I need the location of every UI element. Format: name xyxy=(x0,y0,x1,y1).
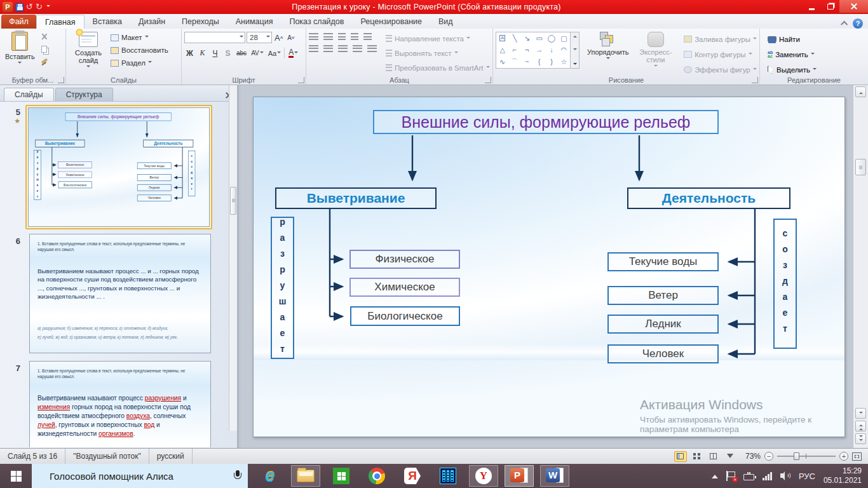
thumbnail-slide-5[interactable]: 5 ★ xyxy=(0,105,212,229)
cut-button[interactable] xyxy=(39,32,50,42)
windows-store-icon[interactable] xyxy=(327,465,356,487)
align-text-button[interactable]: Выровнять текст xyxy=(386,47,490,59)
restore-button[interactable] xyxy=(821,0,839,13)
replace-button[interactable]: abacЗаменить xyxy=(768,48,817,60)
diagram-box-glacier[interactable]: Ледник xyxy=(607,315,719,334)
shapes-gallery[interactable]: A╲↘▭◯▢ △⌐¬→↓◠ ∿⌒~{}☆ xyxy=(496,32,571,69)
slideshow-button[interactable] xyxy=(724,451,736,462)
volume-icon[interactable] xyxy=(780,471,790,480)
word-taskbar-icon[interactable]: W xyxy=(540,465,569,487)
diagram-box-wind[interactable]: Ветер xyxy=(607,286,719,305)
zoom-slider[interactable] xyxy=(777,452,836,461)
tab-view[interactable]: Вид xyxy=(430,15,461,29)
find-button[interactable]: Найти xyxy=(768,33,817,45)
scroll-down-icon[interactable] xyxy=(855,408,866,419)
drawing-dialog-launcher-icon[interactable] xyxy=(752,77,758,83)
thumbnail-slide-7[interactable]: 7 1. Вставьте пропущенные слова в текст,… xyxy=(0,361,211,447)
tab-outline[interactable]: Структура xyxy=(55,88,113,101)
decrease-indent-button[interactable] xyxy=(338,33,346,40)
font-name-combo[interactable] xyxy=(184,32,245,43)
shrink-font-button[interactable]: А˅ xyxy=(285,32,296,43)
diagram-box-creates[interactable]: создает xyxy=(773,219,797,349)
tab-transitions[interactable]: Переходы xyxy=(173,15,227,29)
tab-slides-thumbnails[interactable]: Слайды xyxy=(4,88,54,101)
diagram-box-human[interactable]: Человек xyxy=(607,344,719,363)
format-painter-button[interactable] xyxy=(39,56,50,66)
section-button[interactable]: Раздел xyxy=(109,57,170,69)
shape-outline-button[interactable]: Контур фигуры xyxy=(684,48,757,60)
zoom-level[interactable]: 73% xyxy=(745,452,761,461)
select-button[interactable]: Выделить xyxy=(768,64,817,76)
next-slide-icon[interactable] xyxy=(855,433,866,444)
diagram-box-biological[interactable]: Биологическое xyxy=(350,306,460,326)
increase-indent-button[interactable] xyxy=(351,33,358,40)
justify-button[interactable] xyxy=(353,45,362,52)
microphone-icon[interactable] xyxy=(234,470,241,482)
grow-font-button[interactable]: А˄ xyxy=(273,32,284,43)
network-signal-icon[interactable] xyxy=(763,472,772,480)
zoom-in-button[interactable]: + xyxy=(839,452,848,461)
shape-fill-button[interactable]: Заливка фигуры xyxy=(684,33,757,45)
tab-insert[interactable]: Вставка xyxy=(85,15,130,29)
tab-design[interactable]: Дизайн xyxy=(130,15,173,29)
underline-button[interactable]: Ч xyxy=(210,48,220,58)
slide-editor[interactable]: Внешние силы, формирующие рельеф Выветри… xyxy=(253,97,845,437)
powerpoint-taskbar-icon[interactable]: P xyxy=(505,465,534,487)
search-input[interactable] xyxy=(50,471,229,482)
align-left-button[interactable] xyxy=(309,45,318,52)
internet-explorer-icon[interactable]: e xyxy=(255,465,285,487)
vertical-scrollbar[interactable] xyxy=(853,85,868,448)
theme-name[interactable]: "Воздушный поток" xyxy=(65,449,149,464)
minimize-button[interactable] xyxy=(803,0,821,13)
italic-button[interactable]: К xyxy=(197,48,208,58)
action-center-flag-icon[interactable]: × xyxy=(726,471,735,481)
clipboard-dialog-launcher-icon[interactable] xyxy=(58,77,64,83)
file-explorer-icon[interactable] xyxy=(291,465,320,487)
zoom-out-button[interactable]: − xyxy=(764,452,773,461)
scroll-up-icon[interactable] xyxy=(855,86,866,97)
scrollbar-thumb[interactable] xyxy=(855,159,866,175)
tab-animations[interactable]: Анимация xyxy=(227,15,281,29)
text-direction-button[interactable]: Направление текста xyxy=(386,32,490,44)
tab-review[interactable]: Рецензирование xyxy=(352,15,430,29)
paste-button[interactable]: Вставить xyxy=(3,30,37,67)
zoom-slider-thumb[interactable] xyxy=(794,452,799,460)
diagram-box-physical[interactable]: Физическое xyxy=(349,250,460,269)
shape-effects-button[interactable]: Эффекты фигур xyxy=(684,64,757,76)
battery-icon[interactable] xyxy=(743,474,754,480)
align-center-button[interactable] xyxy=(323,45,333,52)
undo-icon[interactable]: ↺ xyxy=(26,1,33,13)
diagram-box-activity[interactable]: Деятельность xyxy=(627,187,790,209)
font-size-combo[interactable]: 28 xyxy=(247,32,272,43)
tab-file[interactable]: Файл xyxy=(1,15,36,29)
slide-sorter-button[interactable] xyxy=(691,451,703,462)
chrome-icon[interactable] xyxy=(362,465,391,487)
yandex-icon[interactable]: Y xyxy=(469,465,498,487)
bold-button[interactable]: Ж xyxy=(184,48,195,58)
diagram-box-chemical[interactable]: Химическое xyxy=(349,278,460,297)
copy-button[interactable] xyxy=(39,44,50,54)
arrange-button[interactable]: Упорядочить xyxy=(585,30,631,62)
layout-button[interactable]: Макет xyxy=(109,32,170,43)
font-dialog-launcher-icon[interactable] xyxy=(298,77,304,83)
alice-search-box[interactable] xyxy=(32,464,248,488)
strikethrough-button[interactable]: abc xyxy=(235,48,248,58)
bullets-button[interactable] xyxy=(309,33,318,40)
reset-button[interactable]: Восстановить xyxy=(109,44,170,56)
clock[interactable]: 15:29 05.01.2021 xyxy=(824,466,862,485)
paragraph-dialog-launcher-icon[interactable] xyxy=(485,77,491,83)
diagram-box-flowing-waters[interactable]: Текучие воды xyxy=(607,252,719,271)
previous-slide-icon[interactable] xyxy=(855,421,866,431)
text-shadow-button[interactable]: S xyxy=(222,48,233,58)
collapse-ribbon-icon[interactable] xyxy=(841,21,848,28)
thumbnail-slide-6[interactable]: 6 1. Вставьте пропущенные слова в текст,… xyxy=(0,234,211,353)
align-right-button[interactable] xyxy=(338,45,348,52)
normal-view-button[interactable] xyxy=(674,451,687,462)
save-icon[interactable] xyxy=(15,3,24,11)
diagram-box-weathering[interactable]: Выветривание xyxy=(275,187,437,209)
line-spacing-button[interactable] xyxy=(363,33,372,40)
diagram-title-box[interactable]: Внешние силы, формирующие рельеф xyxy=(373,110,719,134)
yandex-browser-icon[interactable]: Я xyxy=(398,465,427,487)
tab-slideshow[interactable]: Показ слайдов xyxy=(281,15,352,29)
font-color-button[interactable]: А xyxy=(284,48,299,58)
